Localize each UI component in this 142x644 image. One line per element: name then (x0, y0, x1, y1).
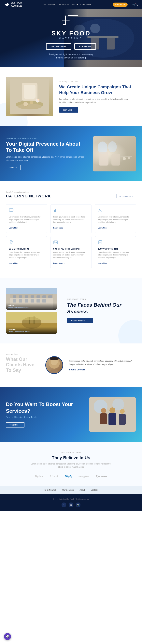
svg-rect-49 (42, 296, 46, 298)
food-illustration (6, 77, 53, 116)
network-card-3-link[interactable]: Learn More (98, 227, 110, 229)
network-card-3-icon (98, 208, 133, 214)
digital-body: Lorem ipsum dolor sit amet, consectetur … (6, 156, 87, 162)
digital-about-button[interactable]: about us (6, 165, 21, 170)
hero-section: SKY FOOD CATERING ORDER NOW VIP MENU Tre… (0, 9, 142, 67)
network-card-6-link[interactable]: Learn More (98, 262, 110, 264)
network-card-1: Lorem ipsum dolor sit amet, consectetur … (6, 204, 47, 233)
network-card-2-link[interactable]: Learn More (53, 227, 65, 229)
footer-nav-sfg[interactable]: SFG Network (45, 489, 56, 491)
svg-rect-32 (57, 209, 57, 212)
network-card-1-link[interactable]: Learn More (9, 227, 21, 229)
hero-tagline: Treat yourself right, because you deserv… (46, 53, 96, 59)
nav-contact-button[interactable]: Contact us (113, 2, 128, 7)
network-card-2: Lorem ipsum dolor sit amet, consectetur … (50, 204, 91, 233)
clipboard-icon (98, 240, 103, 245)
hero-buttons: ORDER NOW VIP MENU (46, 43, 96, 50)
dalaman-sublabel: Dalaman International Airport (8, 331, 55, 332)
svg-rect-9 (62, 20, 70, 20)
network-card-5-link[interactable]: Learn More (53, 262, 65, 264)
testimonial-sublabel: We Love Them (6, 353, 40, 355)
network-card-4-body: Lorem ipsum dolor sit amet, consectetur … (9, 251, 44, 259)
svg-rect-26 (120, 156, 132, 157)
svg-rect-38 (99, 240, 101, 241)
footer-nav-contact[interactable]: Contact (91, 489, 97, 491)
network-card-2-icon (53, 208, 89, 214)
partners-title: They Believe In Us (6, 455, 136, 460)
boost-section: Do You Want To Boost Your Services? Drop… (0, 387, 142, 442)
footer-nav-services[interactable]: Our Services (62, 489, 74, 491)
svg-point-34 (11, 241, 12, 242)
svg-point-20 (38, 98, 40, 100)
jet-interior-svg (93, 136, 136, 172)
partners-section: Meet Our PARTNERS They Believe In Us Lor… (0, 442, 142, 486)
chart-icon (53, 208, 58, 213)
svg-rect-53 (25, 299, 28, 302)
image-icon (53, 240, 58, 245)
social-instagram-icon[interactable]: 📷 (76, 502, 80, 507)
svg-rect-45 (19, 296, 22, 298)
testimonial-quote-side: Lorem ipsum dolor sit amet, consectetur … (69, 360, 136, 371)
food-svg (10, 79, 49, 114)
svg-point-18 (30, 101, 33, 104)
boost-people-illustration (89, 396, 136, 432)
kitchens-another-button[interactable]: Another Kitchen → (67, 318, 93, 324)
svg-rect-47 (31, 296, 34, 298)
social-facebook-icon[interactable]: f (62, 502, 66, 507)
svg-rect-75 (108, 413, 116, 425)
svg-rect-31 (55, 210, 56, 212)
testimonial-quote: Lorem ipsum dolor sit amet, consectetur … (69, 360, 136, 366)
kitchens-section: Vienna Vienna International Airport Dala… (0, 278, 142, 344)
network-card-3-body: Lorem ipsum dolor sit amet, consectetur … (98, 216, 133, 224)
nav-link-order[interactable]: Order now (80, 4, 91, 6)
nav-link-services[interactable]: Our Services (58, 4, 69, 6)
hero-plane-logo-icon (61, 15, 81, 29)
footer-nav-about[interactable]: About (80, 489, 85, 491)
unique-sublabel: The Sky's The Limit (59, 81, 136, 83)
svg-rect-25 (111, 154, 120, 166)
testimonial-avatar (45, 356, 63, 374)
digital-section: Go Beyond Your Wildest Dreams Your Digit… (0, 126, 142, 181)
partners-body: Lorem ipsum dolor sit amet, consectetur … (30, 462, 112, 469)
avatar-svg (46, 356, 62, 374)
nav-link-sfg[interactable]: SFG Network (43, 4, 55, 6)
svg-point-33 (99, 209, 101, 210)
unique-learn-more-button[interactable]: learn More (59, 107, 78, 112)
network-card-5-title: 50 Full A/C Feed Catering (53, 248, 89, 250)
unique-section: The Sky's The Limit We Create Unique Cam… (0, 67, 142, 126)
nav-cart[interactable]: 🛒 0 (132, 3, 138, 6)
unique-body: Lorem ipsum dolor sit amet, consectetur … (59, 98, 136, 104)
svg-rect-30 (54, 210, 55, 212)
svg-point-78 (101, 408, 106, 413)
svg-point-27 (123, 157, 126, 160)
boost-image (89, 396, 136, 432)
hero-vip-button[interactable]: VIP MENU (74, 43, 96, 50)
boost-subtitle: Drop Us A Line And Keep In Touch. (6, 416, 83, 418)
footer-nav: SFG Network Our Services About Contact (0, 486, 142, 494)
svg-rect-56 (42, 299, 46, 302)
network-card-4-icon (9, 240, 44, 246)
vienna-label: Vienna Vienna International Airport (6, 303, 57, 310)
partner-tycoon: Tycoon (95, 474, 107, 478)
unique-image (6, 77, 53, 116)
boost-contact-button[interactable]: contact us → (6, 422, 25, 428)
testimonial-heading: What Our Clients Have To Say (6, 356, 40, 373)
testimonial-author: Sophia Leonard (69, 368, 136, 371)
svg-rect-55 (37, 299, 40, 302)
svg-rect-15 (24, 85, 36, 98)
footer-socials: f in 📷 (6, 502, 136, 507)
network-more-services-button[interactable]: More Services → (116, 194, 136, 198)
network-card-4-link[interactable]: Learn More (9, 262, 21, 264)
social-linkedin-icon[interactable]: in (69, 502, 73, 507)
plane-icon (4, 2, 10, 8)
boost-text: Do You Want To Boost Your Services? Drop… (6, 401, 83, 428)
nav-link-about[interactable]: About (71, 4, 78, 6)
network-card-6-icon (98, 240, 133, 246)
svg-rect-52 (19, 299, 22, 302)
svg-rect-65 (6, 312, 57, 320)
vienna-photo: Vienna Vienna International Airport (6, 288, 57, 310)
hero-brand-sub: CATERING (46, 37, 96, 39)
nav-logo[interactable]: SKY FOOD CATERING (4, 2, 22, 8)
hero-order-button[interactable]: ORDER NOW (46, 43, 71, 50)
network-card-6-body: Lorem ipsum dolor sit amet, consectetur … (98, 251, 133, 259)
